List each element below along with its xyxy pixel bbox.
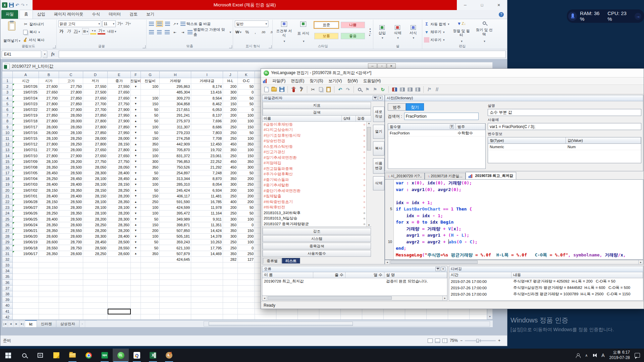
file-list-item[interactable]: #하락후반전○ [262, 205, 371, 210]
zoom-out-icon[interactable]: − [460, 338, 463, 343]
row-header-5[interactable]: 5 [2, 101, 13, 107]
grid-cell[interactable]: 28,600 [108, 251, 131, 257]
grid-cell[interactable]: 28,250 [39, 210, 59, 216]
ribbon-tab-검토[interactable]: 검토 [125, 10, 142, 19]
grid-cell[interactable] [108, 314, 131, 319]
grid-cell[interactable]: 28,500 [59, 217, 83, 222]
grid-cell[interactable]: ▼ [131, 107, 141, 113]
grid-cell[interactable] [83, 297, 108, 303]
grid-cell[interactable] [191, 303, 223, 308]
editor-titlebar[interactable]: YL YesLanguage 편집기 - [20190728 최고_최저값 <검… [261, 69, 644, 77]
grid-cell[interactable]: ▼ [131, 245, 141, 251]
page-break-view-icon[interactable] [442, 339, 447, 343]
file-list-item[interactable]: #주가수렴후확산○ [262, 172, 371, 177]
side-button-삭제[interactable]: 삭제 [373, 176, 384, 190]
column-header-A[interactable]: A [13, 71, 39, 78]
grid-cell[interactable] [223, 286, 238, 291]
grid-cell[interactable]: 28,400 [59, 182, 83, 187]
grid-cell[interactable]: 28,450 [39, 170, 59, 176]
grid-cell[interactable] [160, 286, 191, 291]
side-button-새로작성[interactable]: 새로 작성 [373, 107, 384, 122]
grid-cell[interactable]: O-C [238, 78, 255, 84]
column-header-J[interactable]: J [223, 71, 238, 78]
grid-cell[interactable]: 150 [238, 153, 255, 159]
grid-cell[interactable] [255, 314, 276, 319]
sheet-tab-신라젠[interactable]: 신라젠 [37, 320, 56, 327]
people-icon[interactable] [576, 353, 580, 357]
grid-cell[interactable]: 19/07/22 [13, 107, 39, 113]
grid-cell[interactable]: 19/07/17 [13, 124, 39, 130]
grid-cell[interactable]: 28,400 [59, 193, 83, 199]
font-name-select[interactable]: 맑은 고딕▾ [58, 20, 101, 27]
grid-cell[interactable]: 27,800 [83, 124, 108, 130]
col-value[interactable]: 값(Value) [566, 137, 641, 143]
grid-cell[interactable]: 28,100 [83, 182, 108, 187]
grid-cell[interactable]: 150 [141, 101, 160, 107]
grid-cell[interactable]: 300 [223, 182, 238, 187]
grid-cell[interactable] [59, 262, 83, 268]
grid-cell[interactable]: 200 [223, 205, 238, 210]
scroll-left-icon[interactable]: ◄ [385, 260, 390, 264]
grid-cell[interactable] [131, 257, 141, 262]
grid-cell[interactable]: 12,450 [191, 141, 223, 147]
grid-cell[interactable] [319, 309, 341, 314]
cut-icon[interactable]: ✂ [310, 86, 316, 93]
code-line[interactable]: var : x(0), idx(0), 거래량(0); [396, 180, 643, 186]
grid-cell[interactable] [141, 286, 160, 291]
book-open-icon[interactable] [407, 86, 413, 93]
grid-cell[interactable]: 27,700 [39, 147, 59, 153]
scroll-thumb[interactable] [367, 127, 371, 150]
grid-cell[interactable]: 27,900 [108, 107, 131, 113]
grid-cell[interactable]: 150 [141, 222, 160, 228]
grid-cell[interactable]: 28,450 [108, 176, 131, 182]
grid-cell[interactable] [191, 274, 223, 280]
grid-cell[interactable] [191, 257, 223, 262]
grid-cell[interactable]: 27,550 [108, 84, 131, 89]
tray-expand-icon[interactable]: ∧ [585, 353, 588, 358]
grid-cell[interactable] [39, 257, 59, 262]
grid-cell[interactable]: 200 [223, 113, 238, 118]
grid-cell[interactable]: 274,258 [160, 136, 191, 141]
column-header-I[interactable]: I [191, 71, 223, 78]
grid-cell[interactable]: 8,174 [191, 84, 223, 89]
grid-cell[interactable]: 28,600 [39, 239, 59, 245]
currency-format-button[interactable]: ₩▾ [235, 29, 242, 35]
varinfo-row[interactable]: Numeric Num [488, 144, 641, 150]
grid-cell[interactable]: 19/07/10 [13, 153, 39, 159]
grid-cell[interactable]: 100 [238, 118, 255, 124]
taskbar-excel-app[interactable]: X [145, 349, 161, 362]
grid-cell[interactable] [39, 280, 59, 286]
grid-cell[interactable]: 28,100 [83, 199, 108, 205]
italic-button[interactable]: 가 [66, 28, 72, 35]
grid-cell[interactable] [238, 309, 255, 314]
grid-cell[interactable]: 28,250 [83, 222, 108, 228]
grid-cell[interactable]: 9,911 [191, 217, 223, 222]
mdi-minimize-button[interactable]: ─ [368, 63, 377, 68]
font-dialog-launcher[interactable] [143, 45, 146, 48]
grid-cell[interactable]: ▲ [131, 251, 141, 257]
grid-cell[interactable]: 28,600 [59, 251, 83, 257]
grid-cell[interactable]: 7,803 [191, 130, 223, 136]
grid-cell[interactable] [131, 89, 141, 95]
fx-icon[interactable]: fx [49, 52, 57, 57]
ribbon-tab-데이터[interactable]: 데이터 [104, 10, 125, 19]
undo-icon[interactable]: ↶ [337, 86, 343, 93]
grid-cell[interactable]: 27,750 [108, 101, 131, 107]
scroll-right-icon[interactable]: ► [442, 296, 447, 300]
book-copy-icon[interactable] [399, 86, 406, 93]
grid-cell[interactable]: 50 [238, 84, 255, 89]
scroll-up-icon[interactable]: ▲ [367, 122, 371, 124]
file-list-item[interactable]: 20181013_N일상승○ [262, 216, 371, 222]
grid-cell[interactable]: 27,900 [59, 153, 83, 159]
row-header-13[interactable]: 13 [2, 147, 13, 153]
grid-cell[interactable] [39, 314, 59, 319]
volume-icon[interactable] [592, 353, 597, 357]
grid-cell[interactable]: 507,879 [160, 251, 191, 257]
row-header-16[interactable]: 16 [2, 165, 13, 170]
file-list-item[interactable]: #하락중반등초기○ [262, 199, 371, 205]
first-sheet-icon[interactable]: |◄ [2, 320, 8, 327]
undo-icon[interactable]: ↶ [15, 3, 19, 7]
grid-cell[interactable]: 6,934 [191, 188, 223, 193]
grid-cell[interactable]: 28,200 [108, 210, 131, 216]
grid-cell[interactable]: 27,650 [108, 153, 131, 159]
